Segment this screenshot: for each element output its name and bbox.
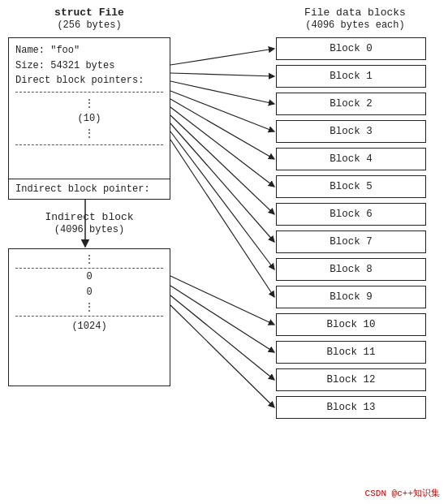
arrow-direct-0 (170, 49, 274, 65)
block-1: Block 1 (276, 65, 426, 88)
arrow-direct-5 (170, 107, 274, 187)
ellipsis1: ⋮ (15, 96, 163, 111)
arrow-direct-4 (170, 99, 274, 159)
indirect-ptr-area: Indirect block pointer: (9, 179, 170, 199)
block-2: Block 2 (276, 93, 426, 115)
arrow-direct-2 (170, 81, 274, 104)
struct-file-box: Name: "foo" Size: 54321 bytes Direct blo… (8, 37, 170, 200)
arrow-indirect-10 (170, 276, 274, 325)
arrow-direct-9 (170, 140, 274, 297)
watermark: CSDN @c++知识集 (365, 487, 440, 499)
block-5: Block 5 (276, 175, 426, 198)
arrow-direct-7 (170, 123, 274, 242)
ten-label: (10) (15, 111, 163, 126)
ind-zero1: 0 (86, 271, 92, 282)
block-6: Block 6 (276, 203, 426, 226)
arrow-direct-6 (170, 115, 274, 214)
name-line: Name: "foo" (15, 43, 163, 58)
block-12: Block 12 (276, 368, 426, 391)
arrow-indirect-13 (170, 305, 274, 407)
block-7: Block 7 (276, 230, 426, 253)
file-data-subtitle: (4096 bytes each) (305, 19, 404, 31)
block-4: Block 4 (276, 148, 426, 170)
ind-count: (1024) (71, 321, 106, 332)
size-line: Size: 54321 bytes (15, 58, 163, 74)
arrow-indirect-12 (170, 295, 274, 380)
arrow-direct-3 (170, 91, 274, 131)
ellipsis2: ⋮ (15, 126, 163, 141)
arrow-direct-8 (170, 131, 274, 269)
block-10: Block 10 (276, 313, 426, 336)
block-9: Block 9 (276, 286, 426, 308)
arrow-direct-1 (170, 73, 274, 76)
struct-file-title: struct File (54, 6, 124, 19)
ind-zero2: 0 (86, 286, 92, 298)
block-13: Block 13 (276, 396, 426, 419)
ind-ellipsis2: ⋮ (84, 302, 94, 313)
indirect-ptr-line: Indirect block pointer: (15, 183, 150, 195)
direct-ptr-line: Direct block pointers: (15, 73, 163, 88)
indirect-block-title: Indirect block (45, 211, 133, 223)
arrow-indirect-11 (170, 286, 274, 352)
block-8: Block 8 (276, 258, 426, 281)
ind-ellipsis1: ⋮ (84, 254, 94, 265)
block-11: Block 11 (276, 341, 426, 364)
diagram-container: struct File (256 bytes) Name: "foo" Size… (0, 0, 448, 504)
file-data-title: File data blocks (304, 6, 406, 19)
struct-file-subtitle: (256 bytes) (57, 19, 121, 31)
block-3: Block 3 (276, 120, 426, 143)
block-0: Block 0 (276, 37, 426, 60)
indirect-block-subtitle: (4096 bytes) (54, 224, 124, 235)
indirect-block-box: ⋮ 0 0 ⋮ (1024) (8, 248, 170, 386)
